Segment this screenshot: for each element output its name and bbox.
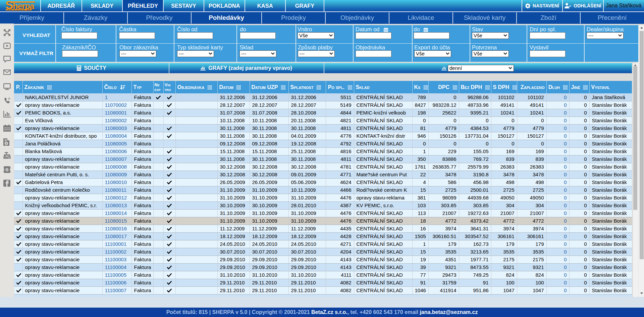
svg-text:$: $ bbox=[6, 142, 7, 145]
svg-text:B: B bbox=[5, 167, 8, 172]
